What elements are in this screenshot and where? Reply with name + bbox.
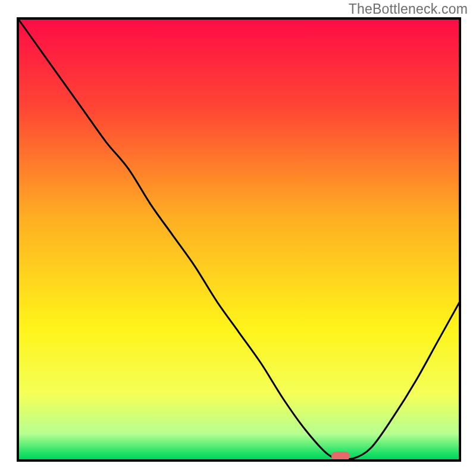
bottleneck-chart [0,0,476,476]
gradient-background [18,18,460,461]
chart-container: { "watermark": "TheBottleneck.com", "cha… [0,0,476,476]
optimal-point-marker [331,452,350,461]
watermark-text: TheBottleneck.com [349,1,468,17]
